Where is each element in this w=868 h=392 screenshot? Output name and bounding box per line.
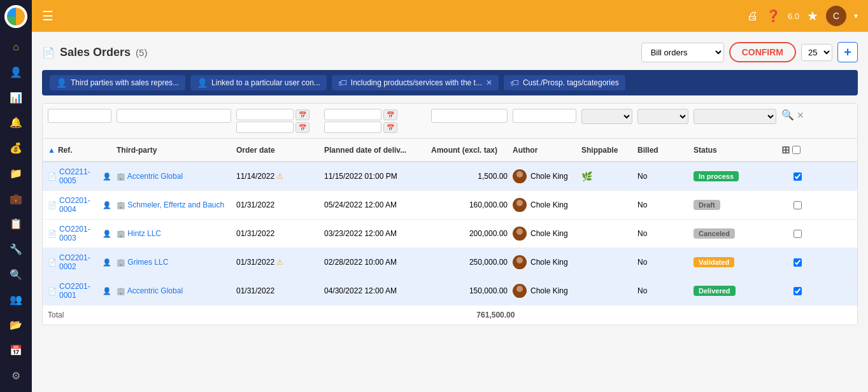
planned-date-from-btn[interactable]: 📅 bbox=[383, 109, 397, 120]
sidebar-item-home[interactable]: ⌂ bbox=[4, 36, 27, 59]
th-status[interactable]: Status bbox=[694, 144, 776, 156]
sidebar-item-notifications[interactable]: 🔔 bbox=[4, 111, 27, 134]
billed-cell: No bbox=[637, 258, 688, 267]
sidebar-item-inventory[interactable]: 📋 bbox=[4, 213, 27, 235]
amount-cell: 200,000.00 bbox=[431, 229, 508, 238]
company-name[interactable]: Grimes LLC bbox=[127, 258, 168, 267]
search-icon[interactable]: 🔍 bbox=[781, 109, 794, 121]
author-cell: Chole King bbox=[513, 169, 576, 183]
content-area: 📄 Sales Orders (5) Bill orders CONFIRM 2… bbox=[32, 32, 868, 392]
checkbox-cell bbox=[781, 172, 813, 181]
filter-chip-3[interactable]: 🏷 Cust./Prosp. tags/categories bbox=[504, 75, 625, 90]
chevron-down-icon[interactable]: ▾ bbox=[854, 11, 858, 20]
order-date-cell: 01/31/2022 bbox=[236, 200, 319, 209]
sidebar-item-dashboard[interactable]: 📊 bbox=[4, 86, 27, 109]
order-date-from-btn[interactable]: 📅 bbox=[295, 109, 309, 120]
filter-chip-label-1: Linked to a particular user con... bbox=[211, 78, 320, 87]
total-amount: 761,500.00 bbox=[476, 311, 515, 319]
status-cell: Delivered bbox=[694, 286, 776, 296]
help-icon[interactable]: ❓ bbox=[766, 9, 780, 23]
th-col-settings[interactable]: ⊞ bbox=[781, 144, 813, 156]
star-icon[interactable]: ★ bbox=[807, 8, 818, 24]
planned-date-to-input[interactable]: to bbox=[324, 122, 381, 133]
status-filter bbox=[694, 109, 776, 124]
filter-chip-2[interactable]: 🏷 Including products/services with the t… bbox=[332, 75, 499, 90]
row-checkbox[interactable] bbox=[793, 287, 802, 295]
author-filter-input[interactable] bbox=[513, 109, 576, 123]
order-date-cell: 01/31/2022 bbox=[236, 286, 319, 295]
sidebar-item-contacts[interactable]: 👤 bbox=[4, 60, 27, 83]
add-button[interactable]: + bbox=[837, 42, 858, 62]
col-settings-icon[interactable]: ⊞ bbox=[781, 144, 790, 156]
svg-point-0 bbox=[516, 171, 523, 178]
confirm-button[interactable]: CONFIRM bbox=[729, 42, 796, 62]
sidebar-item-users[interactable]: 👥 bbox=[4, 288, 27, 311]
sidebar-item-calendar[interactable]: 📅 bbox=[4, 339, 27, 362]
th-third-party[interactable]: Third-party bbox=[117, 144, 231, 156]
menu-icon[interactable]: ☰ bbox=[42, 8, 53, 24]
ref-cell: 📄 CO2201-0002 👤 bbox=[48, 253, 111, 271]
order-date-to-input[interactable]: to bbox=[236, 122, 294, 133]
filter-bar: 👤 Third parties with sales repres... 👤 L… bbox=[42, 70, 858, 95]
ref-link[interactable]: 📄 CO2211-0005 👤 bbox=[48, 167, 111, 185]
th-author[interactable]: Author bbox=[513, 144, 576, 156]
order-date-to-btn[interactable]: 📅 bbox=[295, 122, 309, 133]
sidebar-item-accounting[interactable]: 💰 bbox=[4, 137, 27, 160]
order-date-from-input[interactable]: From bbox=[236, 109, 294, 120]
filter-chip-icon-2: 🏷 bbox=[338, 78, 347, 88]
sidebar-item-files[interactable]: 📂 bbox=[4, 314, 27, 337]
company-name[interactable]: Hintz LLC bbox=[127, 229, 161, 238]
sidebar-logo[interactable] bbox=[4, 5, 27, 28]
row-checkbox[interactable] bbox=[793, 258, 802, 267]
clear-icon[interactable]: ✕ bbox=[797, 110, 804, 120]
row-checkbox[interactable] bbox=[793, 230, 802, 238]
th-planned-date[interactable]: Planned date of deliv... bbox=[324, 144, 426, 156]
filter-chip-0[interactable]: 👤 Third parties with sales repres... bbox=[50, 75, 185, 90]
select-all-checkbox[interactable] bbox=[792, 146, 800, 154]
sidebar-item-search[interactable]: 🔍 bbox=[4, 263, 27, 286]
ref-link[interactable]: 📄 CO2201-0002 👤 bbox=[48, 253, 111, 271]
table-header: ▲ Ref. Third-party Order date Planned da… bbox=[43, 139, 857, 162]
author-name: Chole King bbox=[530, 172, 568, 181]
ref-doc-icon: 📄 bbox=[48, 201, 57, 209]
filter-chip-close-2[interactable]: ✕ bbox=[486, 78, 492, 87]
user-avatar[interactable]: C bbox=[826, 6, 846, 26]
company-name[interactable]: Accentric Global bbox=[127, 286, 183, 295]
th-order-date-label: Order date bbox=[236, 146, 275, 155]
order-date-filter: From 📅 to 📅 bbox=[236, 109, 319, 133]
filter-chip-label-3: Cust./Prosp. tags/categories bbox=[523, 78, 619, 87]
status-filter-select[interactable] bbox=[694, 109, 776, 124]
planned-date-from-input[interactable]: From bbox=[324, 109, 381, 120]
ref-link[interactable]: 📄 CO2201-0003 👤 bbox=[48, 225, 111, 242]
ref-filter-input[interactable] bbox=[48, 109, 111, 123]
ref-link[interactable]: 📄 CO2201-0004 👤 bbox=[48, 196, 111, 214]
ref-link[interactable]: 📄 CO2201-0001 👤 bbox=[48, 282, 111, 300]
ref-person-icon: 👤 bbox=[103, 230, 111, 238]
planned-date-filter: From 📅 to 📅 bbox=[324, 109, 426, 133]
th-amount[interactable]: Amount (excl. tax) bbox=[431, 144, 508, 156]
planned-date-to-btn[interactable]: 📅 bbox=[383, 122, 397, 133]
amount-filter-input[interactable] bbox=[431, 109, 508, 123]
th-order-date[interactable]: Order date bbox=[236, 144, 319, 156]
billed-filter-select[interactable] bbox=[637, 109, 688, 124]
sidebar-item-projects[interactable]: 📁 bbox=[4, 162, 27, 185]
sidebar-item-settings2[interactable]: ⚙ bbox=[4, 364, 27, 387]
print-icon[interactable]: 🖨 bbox=[747, 10, 758, 23]
warning-icon: ⚠ bbox=[276, 172, 283, 181]
svg-point-2 bbox=[516, 200, 523, 206]
th-shippable[interactable]: Shippable bbox=[581, 144, 632, 156]
page-document-icon: 📄 bbox=[42, 46, 55, 59]
th-billed[interactable]: Billed bbox=[637, 144, 688, 156]
shippable-filter-select[interactable] bbox=[581, 109, 632, 124]
row-checkbox[interactable] bbox=[793, 201, 802, 209]
filter-chip-1[interactable]: 👤 Linked to a particular user con... bbox=[190, 75, 327, 90]
sidebar-item-sales[interactable]: 💼 bbox=[4, 187, 27, 210]
third-party-filter-input[interactable] bbox=[117, 109, 231, 123]
company-name[interactable]: Schmeler, Effertz and Bauch bbox=[127, 200, 224, 209]
row-checkbox[interactable] bbox=[793, 172, 802, 181]
th-ref[interactable]: ▲ Ref. bbox=[48, 144, 111, 156]
bill-orders-dropdown[interactable]: Bill orders bbox=[641, 43, 724, 62]
page-size-select[interactable]: 25 bbox=[801, 44, 832, 61]
sidebar-item-settings1[interactable]: 🔧 bbox=[4, 238, 27, 261]
company-name[interactable]: Accentric Global bbox=[127, 172, 183, 181]
